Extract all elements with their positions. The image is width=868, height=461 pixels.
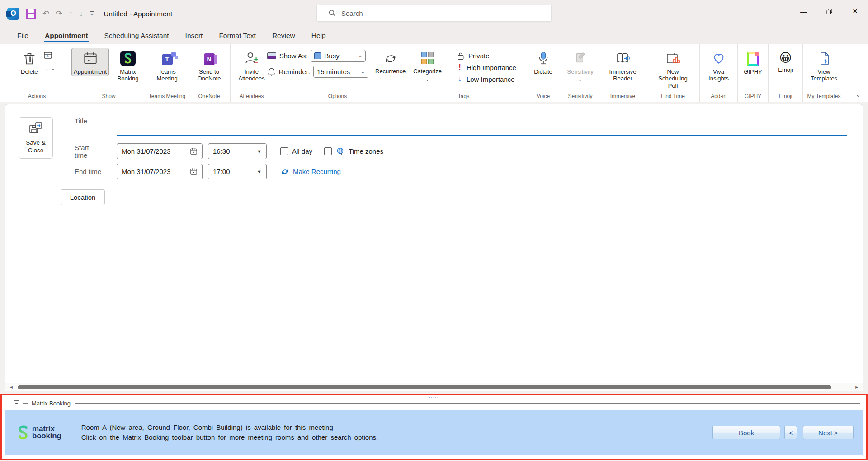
matrix-booking-panel: ∙∙∙∙∙ − Matrix Booking matrix booking Ro…	[0, 394, 868, 460]
ribbon-group-sensitivity: Sensitivity ⌄ Sensitivity	[561, 44, 599, 102]
maximize-button[interactable]	[816, 0, 842, 23]
ribbon-group-options: Show As: Busy ⌄ Reminder: 15 minutes	[273, 44, 402, 102]
show-as-select[interactable]: Busy ⌄	[311, 50, 366, 62]
ribbon-group-voice: Dictate Voice	[525, 44, 561, 102]
tab-scheduling-assistant[interactable]: Scheduling Assistant	[98, 29, 175, 44]
scheduling-poll-icon	[665, 51, 681, 66]
view-templates-button[interactable]: View Templates	[803, 48, 845, 84]
send-to-onenote-button[interactable]: N Send to OneNote	[188, 48, 230, 84]
all-day-checkbox[interactable]: All day	[280, 147, 312, 155]
location-button[interactable]: Location	[61, 189, 105, 205]
book-button[interactable]: Book	[712, 426, 780, 439]
start-date-input[interactable]: Mon 31/07/2023	[117, 143, 203, 159]
categorize-icon	[421, 51, 434, 66]
start-time-input[interactable]: 16:30 ▼	[208, 143, 267, 159]
ribbon-group-find-time: New Scheduling Poll Find Time	[646, 44, 700, 102]
group-caption-options: Options	[273, 92, 402, 102]
undo-icon[interactable]: ↶	[42, 9, 49, 18]
scroll-left-icon[interactable]: ◂	[8, 384, 15, 390]
delete-button[interactable]: Delete	[19, 48, 40, 76]
horizontal-scrollbar[interactable]: ◂ ▸	[5, 383, 863, 391]
panel-title: Matrix Booking	[32, 400, 71, 407]
appointment-view-button[interactable]: Appointment	[71, 48, 109, 76]
ribbon-group-show: Appointment Matrix Booking Show	[71, 44, 146, 102]
all-day-checkbox-box[interactable]	[280, 147, 288, 155]
end-date-input[interactable]: Mon 31/07/2023	[117, 164, 203, 179]
group-caption-giphy: GIPHY	[738, 92, 768, 102]
panel-drag-grip[interactable]: ∙∙∙∙∙	[429, 396, 439, 399]
time-zones-checkbox[interactable]: Time zones	[324, 147, 383, 155]
busy-status-icon	[314, 52, 321, 59]
ribbon-group-tags: Categorize ⌄ Private ! High Importance ↓	[402, 44, 525, 102]
private-button[interactable]: Private	[457, 52, 516, 60]
immersive-reader-icon	[615, 51, 631, 66]
end-time-input[interactable]: 17:00 ▼	[208, 164, 267, 179]
tab-help[interactable]: Help	[305, 29, 332, 44]
logo-text-line2: booking	[32, 433, 61, 440]
emoji-button[interactable]: 😀 Emoji	[776, 48, 795, 75]
titlebar: O ↶ ↷ ↑ ↓ ⌄ Untitled - Appointment Searc…	[0, 0, 868, 27]
collapse-ribbon-icon[interactable]: ⌄	[855, 91, 861, 98]
tab-appointment[interactable]: Appointment	[38, 29, 94, 44]
start-time-dropdown-icon[interactable]: ▼	[257, 149, 262, 154]
header-rule	[75, 403, 860, 404]
minimize-button[interactable]: —	[791, 0, 816, 23]
ribbon-group-my-templates: View Templates My Templates	[803, 44, 845, 102]
scroll-right-icon[interactable]: ▸	[853, 384, 860, 390]
categorize-button[interactable]: Categorize ⌄	[411, 48, 444, 84]
panel-header: − Matrix Booking	[14, 400, 860, 407]
time-zones-checkbox-box[interactable]	[324, 147, 332, 155]
dictate-button[interactable]: Dictate	[532, 48, 554, 76]
redo-icon[interactable]: ↷	[56, 9, 62, 18]
forward-icon[interactable]: →	[41, 64, 50, 73]
appointment-calendar-icon	[83, 51, 98, 66]
matrix-booking-icon	[120, 51, 136, 66]
group-caption-teams-meeting: Teams Meeting	[146, 92, 188, 102]
forward-dropdown-icon[interactable]: ⌄	[52, 66, 55, 71]
ribbon-group-teams-meeting: T Teams Meeting Teams Meeting	[146, 44, 188, 102]
date-picker-icon[interactable]	[190, 147, 198, 155]
date-picker-icon[interactable]	[190, 168, 198, 175]
next-room-button[interactable]: Next >	[803, 426, 854, 439]
matrix-booking-ribbon-button[interactable]: Matrix Booking	[110, 48, 146, 84]
tab-review[interactable]: Review	[266, 29, 302, 44]
show-as-dropdown-icon: ⌄	[359, 53, 362, 58]
high-importance-icon: !	[457, 62, 463, 72]
scrollbar-thumb[interactable]	[18, 385, 831, 389]
immersive-reader-button[interactable]: Immersive Reader	[601, 48, 645, 84]
search-icon	[329, 9, 336, 17]
save-and-close-button[interactable]: Save & Close	[19, 117, 53, 159]
tab-insert[interactable]: Insert	[179, 29, 209, 44]
outlook-app-icon: O	[7, 8, 19, 20]
previous-room-button[interactable]: <	[784, 426, 797, 439]
teams-meeting-button[interactable]: T Teams Meeting	[146, 48, 188, 84]
customize-quick-access-icon[interactable]: ⌄	[90, 11, 94, 16]
view-templates-icon	[816, 51, 832, 66]
giphy-button[interactable]: GIPHY	[741, 48, 764, 76]
end-time-dropdown-icon[interactable]: ▼	[257, 169, 262, 174]
giphy-icon	[747, 52, 759, 66]
group-caption-emoji: Emoji	[769, 92, 802, 102]
window-controls: — ✕	[791, 0, 868, 23]
panel-collapse-icon[interactable]: −	[14, 400, 19, 406]
location-input[interactable]	[117, 190, 847, 205]
tab-file[interactable]: File	[11, 29, 35, 44]
globe-icon	[336, 147, 344, 155]
title-input[interactable]	[117, 111, 847, 136]
restore-icon	[826, 9, 832, 14]
invite-attendees-button[interactable]: Invite Attendees	[231, 48, 273, 84]
search-input[interactable]: Search	[316, 5, 552, 22]
low-importance-icon: ↓	[457, 75, 463, 84]
make-recurring-button[interactable]: Make Recurring	[280, 168, 341, 176]
close-button[interactable]: ✕	[842, 0, 868, 23]
group-caption-find-time: Find Time	[646, 92, 699, 102]
tab-format-text[interactable]: Format Text	[212, 29, 262, 44]
ribbon-group-emoji: 😀 Emoji Emoji	[769, 44, 803, 102]
viva-insights-button[interactable]: Viva Insights	[700, 48, 737, 84]
save-icon[interactable]	[26, 9, 36, 19]
low-importance-button[interactable]: ↓ Low Importance	[457, 75, 516, 84]
high-importance-button[interactable]: ! High Importance	[457, 62, 516, 72]
reminder-select[interactable]: 15 minutes ⌄	[313, 66, 368, 78]
forward-to-calendar-icon[interactable]	[43, 51, 53, 60]
new-scheduling-poll-button[interactable]: New Scheduling Poll	[651, 48, 695, 90]
